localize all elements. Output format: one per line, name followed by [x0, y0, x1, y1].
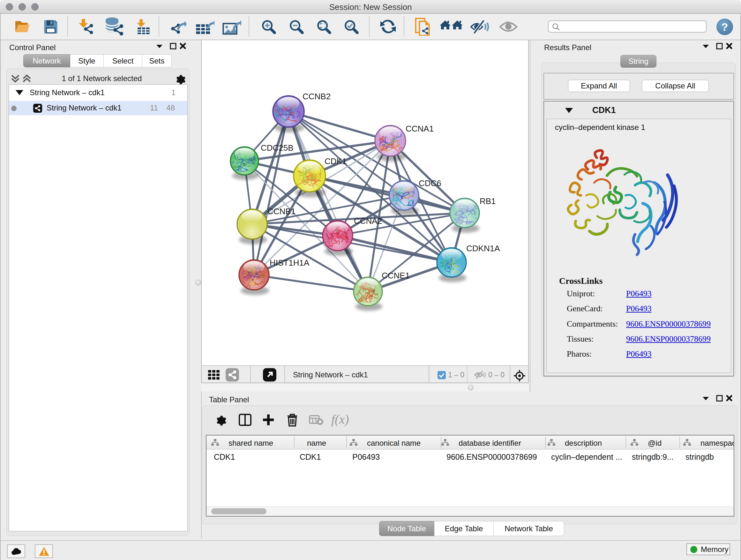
- svg-text:HIST1H1A: HIST1H1A: [270, 258, 310, 267]
- svg-text:RB1: RB1: [480, 196, 496, 206]
- svg-text:CCNB1: CCNB1: [267, 206, 295, 216]
- svg-text:CCNA1: CCNA1: [406, 124, 434, 133]
- svg-text:CDK1: CDK1: [325, 157, 347, 166]
- svg-text:CCNE1: CCNE1: [382, 271, 410, 280]
- svg-text:CDC6: CDC6: [419, 179, 441, 188]
- svg-text:CCNB2: CCNB2: [302, 91, 331, 101]
- svg-text:CDKN1A: CDKN1A: [466, 244, 500, 253]
- svg-text:CDC25B: CDC25B: [261, 143, 293, 152]
- svg-text:CCNA2: CCNA2: [354, 216, 382, 226]
